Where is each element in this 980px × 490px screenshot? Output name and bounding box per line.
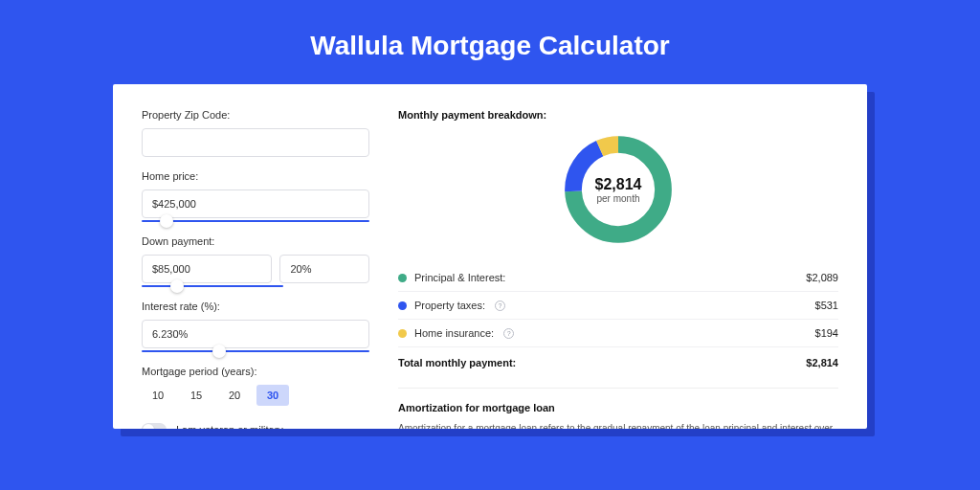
period-option-30[interactable]: 30 [256,385,289,406]
legend-value: $2,089 [806,272,838,283]
period-label: Mortgage period (years): [142,366,369,377]
calculator-card: Property Zip Code: Home price: Down paym… [113,84,867,429]
page-title: Wallula Mortgage Calculator [0,0,980,84]
slider-thumb-icon[interactable] [160,214,173,228]
down-payment-slider[interactable] [142,285,283,287]
breakdown-panel: Monthly payment breakdown: $2,814 per mo… [398,109,838,404]
down-payment-amount-input[interactable] [142,255,272,283]
legend-dot-icon [398,274,407,282]
legend-dot-icon [398,329,407,338]
interest-group: Interest rate (%): [142,301,369,352]
legend-label: Property taxes: [414,300,485,311]
info-icon[interactable]: ? [495,301,505,311]
home-price-label: Home price: [142,170,369,182]
donut-sub: per month [595,193,642,204]
down-payment-percent-input[interactable] [279,255,369,283]
total-value: $2,814 [806,357,838,368]
total-row: Total monthly payment: $2,814 [398,347,838,382]
donut-center: $2,814 per month [595,176,642,204]
down-payment-group: Down payment: [142,235,369,287]
veteran-label: I am veteran or military [176,424,283,429]
down-payment-label: Down payment: [142,235,369,247]
zip-label: Property Zip Code: [142,109,369,121]
interest-slider[interactable] [142,350,369,352]
amortization-title: Amortization for mortgage loan [398,388,838,413]
interest-label: Interest rate (%): [142,301,369,312]
slider-thumb-icon[interactable] [170,279,184,293]
amortization-text: Amortization for a mortgage loan refers … [398,421,838,429]
legend-value: $194 [815,327,838,339]
home-price-slider[interactable] [142,220,369,222]
period-option-15[interactable]: 15 [180,385,212,406]
info-icon[interactable]: ? [503,328,514,339]
veteran-toggle[interactable] [142,423,167,429]
form-panel: Property Zip Code: Home price: Down paym… [142,109,369,404]
interest-input[interactable] [142,320,369,348]
legend-label: Home insurance: [414,327,494,339]
zip-group: Property Zip Code: [142,109,369,157]
toggle-knob-icon [143,424,154,429]
legend-dot-icon [398,301,407,310]
slider-thumb-icon[interactable] [212,345,226,358]
legend-row: Home insurance:?$194 [398,320,838,347]
legend-label: Principal & Interest: [414,272,505,283]
period-group: Mortgage period (years): 10152030 [142,366,369,406]
home-price-input[interactable] [142,189,369,218]
period-option-20[interactable]: 20 [218,385,251,406]
veteran-row: I am veteran or military [142,423,369,429]
breakdown-title: Monthly payment breakdown: [398,109,838,121]
legend-row: Property taxes:?$531 [398,292,838,320]
legend-value: $531 [815,300,838,311]
zip-input[interactable] [142,128,369,157]
total-label: Total monthly payment: [398,357,516,368]
donut-amount: $2,814 [595,176,642,193]
period-option-10[interactable]: 10 [142,385,174,406]
legend-row: Principal & Interest:$2,089 [398,264,838,292]
home-price-group: Home price: [142,170,369,222]
donut-chart: $2,814 per month [398,130,838,249]
